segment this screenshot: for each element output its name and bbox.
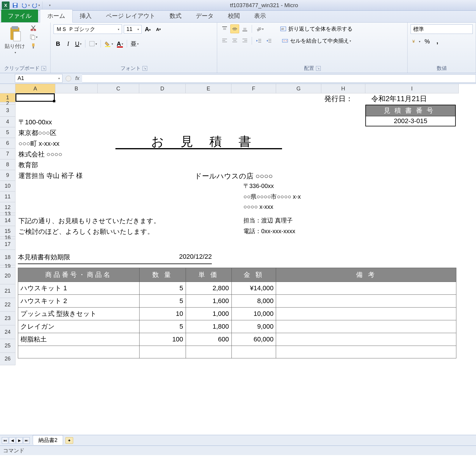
font-dialog-launcher[interactable]: ↘ (143, 66, 147, 71)
row-header-4[interactable]: 4 (0, 117, 15, 127)
row-header-23[interactable]: 23 (0, 312, 15, 325)
font-color-button[interactable]: A▾ (115, 39, 124, 48)
fill-icon (104, 40, 111, 47)
row-header-5[interactable]: 5 (0, 127, 15, 138)
tab-data[interactable]: データ (189, 10, 221, 22)
col-header-D[interactable]: D (139, 84, 186, 93)
row-header-25[interactable]: 25 (0, 339, 15, 353)
active-cell[interactable] (15, 93, 55, 102)
row-header-19[interactable]: 19 (0, 265, 15, 268)
sheet-nav-last[interactable]: ⏭ (23, 437, 30, 444)
underline-button[interactable]: U▾ (74, 39, 83, 48)
row-header-14[interactable]: 14 (0, 215, 15, 226)
phonetic-button[interactable]: 亜▾ (129, 39, 140, 48)
align-bottom-button[interactable] (240, 24, 249, 33)
row-header-9[interactable]: 9 (0, 170, 15, 181)
align-right-button[interactable] (240, 36, 249, 45)
svg-text:¥: ¥ (412, 39, 415, 44)
decrease-indent-button[interactable] (254, 36, 263, 45)
undo-button[interactable]: ▾ (21, 1, 30, 10)
row-header-24[interactable]: 24 (0, 325, 15, 339)
fill-color-button[interactable]: ▾ (103, 39, 114, 48)
tab-file[interactable]: ファイル (1, 10, 38, 22)
sheet-nav-next[interactable]: ▶ (16, 437, 23, 444)
col-header-A[interactable]: A (15, 84, 55, 93)
tab-view[interactable]: 表示 (247, 10, 273, 22)
row-header-8[interactable]: 8 (0, 159, 15, 170)
accounting-format-button[interactable]: ¥▾ (411, 37, 422, 46)
table-row: 樹脂粘土10060060,000 (18, 333, 456, 346)
row-header-26[interactable]: 26 (0, 353, 15, 365)
col-header-H[interactable]: H (321, 84, 365, 93)
col-header-G[interactable]: G (276, 84, 321, 93)
row-header-7[interactable]: 7 (0, 149, 15, 159)
quick-access-toolbar: X ▾ ▾ ▾ (2, 1, 54, 10)
bold-button[interactable]: B (54, 39, 62, 48)
row-header-22[interactable]: 22 (0, 298, 15, 312)
clipboard-dialog-launcher[interactable]: ↘ (41, 66, 46, 71)
status-bar: コマンド (0, 446, 476, 455)
number-format-select[interactable]: 標準 (411, 24, 473, 34)
orientation-button[interactable]: ab▾ (254, 24, 265, 33)
row-header-20[interactable]: 20 (0, 268, 15, 284)
redo-button[interactable]: ▾ (31, 1, 40, 10)
row-headers[interactable]: 1234567891011121314151617181920212223242… (0, 93, 15, 435)
copy-button[interactable]: ▾ (29, 33, 37, 40)
col-header-I[interactable]: I (365, 84, 459, 93)
row-header-13[interactable]: 13 (0, 213, 15, 215)
formula-input[interactable] (82, 74, 476, 83)
tab-home[interactable]: ホーム (40, 9, 73, 23)
font-name-select[interactable]: ＭＳ Ｐゴシック▾ (54, 24, 122, 34)
tab-insert[interactable]: 挿入 (73, 10, 99, 22)
new-sheet-button[interactable]: ✦ (65, 437, 73, 444)
sheet-nav-prev[interactable]: ◀ (9, 437, 15, 444)
row-header-6[interactable]: 6 (0, 138, 15, 149)
column-headers[interactable]: ABCDEFGHI (15, 84, 459, 93)
select-all-corner[interactable] (0, 84, 15, 93)
merge-center-button[interactable]: セルを結合して中央揃え▾ (278, 36, 355, 45)
svg-rect-11 (33, 46, 34, 48)
format-painter-button[interactable] (29, 42, 37, 49)
align-left-button[interactable] (220, 36, 229, 45)
row-header-16[interactable]: 16 (0, 237, 15, 239)
row-header-10[interactable]: 10 (0, 181, 15, 192)
alignment-dialog-launcher[interactable]: ↘ (316, 66, 321, 71)
col-header-E[interactable]: E (186, 84, 231, 93)
comma-button[interactable]: , (433, 37, 442, 46)
paste-icon (8, 26, 22, 42)
ribbon: 貼り付け ▾ ▾ クリップボード ↘ ＭＳ Ｐゴシック▾ 11▾ A▴ A▾ B… (0, 23, 476, 73)
row-header-3[interactable]: 3 (0, 105, 15, 117)
wrap-text-button[interactable]: ab 折り返して全体を表示する (278, 24, 355, 33)
fx-button[interactable]: fx (73, 75, 82, 81)
col-header-F[interactable]: F (231, 84, 276, 93)
save-button[interactable] (11, 1, 20, 10)
tab-formulas[interactable]: 数式 (162, 10, 189, 22)
col-header-B[interactable]: B (55, 84, 98, 93)
col-header-C[interactable]: C (98, 84, 139, 93)
italic-button[interactable]: I (64, 39, 73, 48)
increase-indent-button[interactable] (264, 36, 273, 45)
tab-review[interactable]: 校閲 (221, 10, 247, 22)
row-header-17[interactable]: 17 (0, 239, 15, 250)
increase-font-button[interactable]: A▴ (143, 25, 152, 34)
name-box[interactable]: A1▾ (15, 74, 62, 83)
tab-page-layout[interactable]: ページ レイアウト (99, 10, 162, 22)
align-middle-button[interactable] (230, 24, 239, 33)
percent-button[interactable]: % (423, 37, 432, 46)
align-top-button[interactable] (220, 24, 229, 33)
worksheet[interactable]: ABCDEFGHI 123456789101112131415161718192… (0, 84, 476, 435)
cut-button[interactable] (29, 24, 37, 32)
sheet-tab[interactable]: 納品書2 (33, 435, 63, 445)
qat-customize-button[interactable]: ▾ (45, 1, 54, 10)
font-size-select[interactable]: 11▾ (124, 25, 142, 34)
align-center-button[interactable] (230, 36, 239, 45)
borders-button[interactable]: ▾ (88, 39, 98, 48)
decrease-font-button[interactable]: A▾ (154, 25, 163, 34)
row-header-2[interactable]: 2 (0, 102, 15, 105)
sheet-nav-first[interactable]: ⏮ (2, 437, 8, 444)
cells-area[interactable]: 発行日：令和2年11月21日見積書番号2002-3-015〒100-00xx東京… (15, 93, 459, 435)
row-header-21[interactable]: 21 (0, 284, 15, 298)
row-header-11[interactable]: 11 (0, 192, 15, 202)
items-table: 商品番号・商品名数 量単 価金 額備 考ハウスキット 152,800¥14,00… (18, 268, 456, 358)
paste-button[interactable]: 貼り付け ▾ (3, 24, 27, 55)
